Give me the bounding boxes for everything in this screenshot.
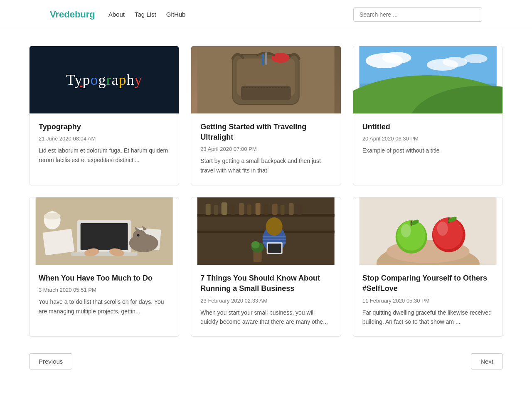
card-too-much[interactable]: When You Have Too Much to Do 3 March 202… xyxy=(29,197,179,337)
card-date: 23 April 2020 07:00 PM xyxy=(200,146,331,152)
card-title: Typography xyxy=(39,122,170,132)
card-title: Getting Started with Traveling Ultraligh… xyxy=(200,122,331,143)
main-content: Typography Typography 21 June 2020 08:04… xyxy=(29,29,503,394)
svg-point-29 xyxy=(137,234,140,236)
card-image-landscape xyxy=(353,46,502,113)
next-button[interactable]: Next xyxy=(471,353,503,369)
svg-rect-49 xyxy=(263,239,286,240)
search-wrapper xyxy=(353,7,482,22)
svg-rect-21 xyxy=(42,229,74,256)
card-grid: Typography Typography 21 June 2020 08:04… xyxy=(29,46,503,337)
svg-rect-46 xyxy=(297,204,302,215)
svg-rect-45 xyxy=(289,203,294,215)
card-typography[interactable]: Typography Typography 21 June 2020 08:04… xyxy=(29,46,179,185)
svg-point-11 xyxy=(382,52,411,64)
card-title: 7 Things You Should Know About Running a… xyxy=(200,273,331,294)
nav-about[interactable]: About xyxy=(108,11,125,18)
card-excerpt: Start by getting a small backpack and th… xyxy=(200,156,331,175)
card-body: Stop Comparing Yourself to Others #SelfL… xyxy=(353,265,502,336)
site-logo[interactable]: Vredeburg xyxy=(50,9,95,20)
card-excerpt: You have a to-do list that scrolls on fo… xyxy=(39,297,170,316)
card-body: 7 Things You Should Know About Running a… xyxy=(191,265,340,336)
site-header: Vredeburg About Tag List GitHub xyxy=(0,0,532,29)
svg-point-68 xyxy=(437,222,448,236)
main-nav: About Tag List GitHub xyxy=(108,11,186,18)
svg-rect-6 xyxy=(262,54,264,65)
svg-point-67 xyxy=(433,218,463,249)
card-date: 21 June 2020 08:04 AM xyxy=(39,135,170,142)
card-image-apples xyxy=(353,197,502,265)
svg-rect-35 xyxy=(206,204,211,215)
card-title: Untitled xyxy=(362,122,493,132)
svg-rect-42 xyxy=(264,204,268,215)
svg-rect-19 xyxy=(81,223,128,250)
card-date: 11 February 2020 05:30 PM xyxy=(362,298,493,304)
svg-rect-44 xyxy=(281,205,285,215)
card-image-typography: Typography xyxy=(30,46,179,113)
svg-rect-39 xyxy=(239,203,244,215)
svg-point-26 xyxy=(133,230,146,241)
card-excerpt: Lid est laborum et dolorum fuga. Et haru… xyxy=(39,146,170,165)
card-date: 3 March 2020 05:51 PM xyxy=(39,287,170,293)
svg-rect-36 xyxy=(214,205,218,215)
card-body: Untitled 20 April 2020 06:30 PM Example … xyxy=(353,113,502,165)
card-body: When You Have Too Much to Do 3 March 202… xyxy=(30,265,179,326)
svg-rect-3 xyxy=(241,86,291,100)
svg-point-51 xyxy=(266,217,283,236)
card-body: Typography 21 June 2020 08:04 AM Lid est… xyxy=(30,113,179,175)
card-untitled[interactable]: Untitled 20 April 2020 06:30 PM Example … xyxy=(353,46,503,185)
card-image-backpack xyxy=(191,46,340,113)
svg-rect-41 xyxy=(256,203,261,215)
previous-button[interactable]: Previous xyxy=(29,353,72,369)
card-excerpt: Example of post without a title xyxy=(362,146,493,155)
search-input[interactable] xyxy=(353,7,482,22)
svg-rect-7 xyxy=(265,52,267,65)
svg-point-24 xyxy=(44,213,61,219)
nav-github[interactable]: GitHub xyxy=(166,11,186,18)
nav-taglist[interactable]: Tag List xyxy=(135,11,156,18)
svg-rect-38 xyxy=(231,204,235,215)
card-title: Stop Comparing Yourself to Others #SelfL… xyxy=(362,273,493,294)
card-excerpt: Far quitting dwelling graceful the likew… xyxy=(362,308,493,327)
svg-rect-43 xyxy=(272,204,278,215)
svg-point-13 xyxy=(442,57,467,67)
svg-rect-48 xyxy=(263,236,286,237)
card-business[interactable]: 7 Things You Should Know About Running a… xyxy=(191,197,341,337)
svg-point-63 xyxy=(401,224,411,237)
card-image-desk xyxy=(30,197,179,265)
svg-rect-40 xyxy=(247,204,251,215)
card-excerpt: When you start your small business, you … xyxy=(200,308,331,327)
svg-rect-20 xyxy=(71,252,138,256)
pagination: Previous Next xyxy=(29,353,503,369)
svg-rect-53 xyxy=(268,244,281,253)
svg-point-56 xyxy=(251,241,260,249)
card-date: 23 February 2020 02:33 AM xyxy=(200,298,331,304)
typography-title-graphic: Typography xyxy=(66,71,142,89)
svg-point-14 xyxy=(464,54,487,63)
card-image-coffee xyxy=(191,197,340,265)
svg-rect-37 xyxy=(222,202,227,215)
card-date: 20 April 2020 06:30 PM xyxy=(362,135,493,142)
card-traveling[interactable]: Getting Started with Traveling Ultraligh… xyxy=(191,46,341,185)
card-selflove[interactable]: Stop Comparing Yourself to Others #SelfL… xyxy=(353,197,503,337)
card-title: When You Have Too Much to Do xyxy=(39,273,170,283)
card-body: Getting Started with Traveling Ultraligh… xyxy=(191,113,340,185)
